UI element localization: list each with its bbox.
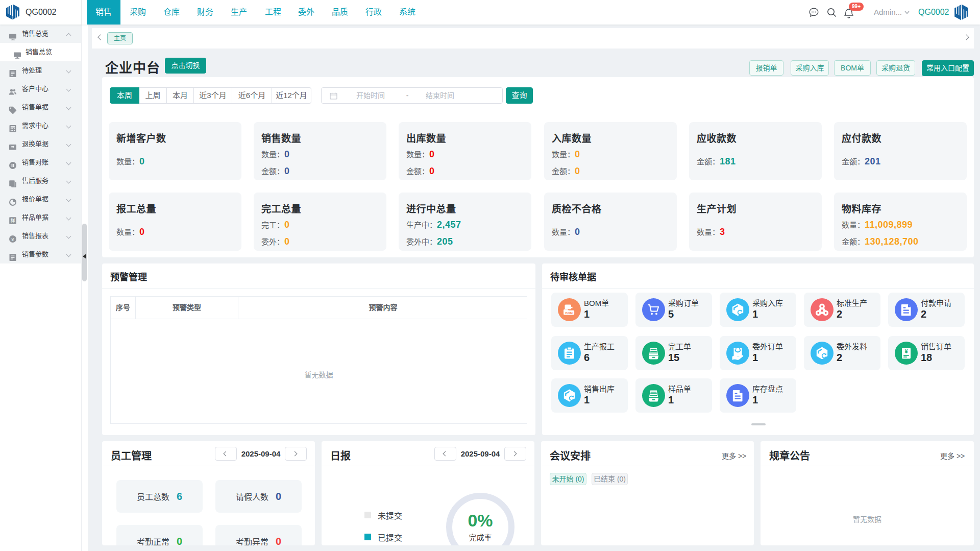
svg-text:¥: ¥ — [905, 349, 908, 354]
svg-text:BOM: BOM — [565, 311, 572, 315]
svg-text:¥: ¥ — [11, 236, 14, 242]
svg-text:样: 样 — [10, 218, 15, 223]
